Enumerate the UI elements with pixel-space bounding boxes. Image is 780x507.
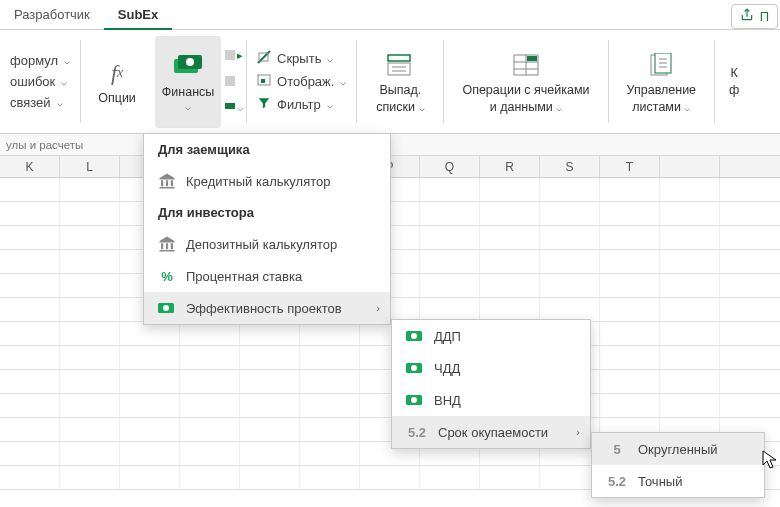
menu-item-ddp[interactable]: ДДП	[392, 320, 590, 352]
ribbon-show-label: Отображ.	[277, 74, 334, 89]
ribbon-links[interactable]: связей ⌵	[10, 95, 70, 110]
ribbon-formulas[interactable]: формул ⌵	[10, 53, 70, 68]
menu-item-exact[interactable]: 5.2 Точный	[592, 465, 764, 497]
payback-submenu: 5 Округленный 5.2 Точный	[591, 432, 765, 498]
money-icon	[406, 359, 424, 377]
chevron-down-icon: ⌵	[64, 55, 70, 66]
svg-point-24	[163, 305, 169, 311]
ribbon-errors[interactable]: ошибок ⌵	[10, 74, 70, 89]
ribbon-filter[interactable]: Фильтр ⌵	[257, 96, 346, 113]
menu-item-interest-rate[interactable]: % Процентная ставка	[144, 260, 390, 292]
finance-button[interactable]: Финансы ⌵	[155, 36, 221, 128]
ribbon-hide[interactable]: Скрыть ⌵	[257, 50, 346, 67]
chevron-right-icon: ›	[376, 302, 380, 314]
share-label: П	[760, 9, 769, 24]
dropdown-lists-button[interactable]: Выпад. списки ⌵	[367, 36, 433, 128]
svg-rect-20	[166, 243, 168, 249]
svg-rect-21	[171, 243, 173, 249]
menu-item-deposit-calc[interactable]: Депозитный калькулятор	[144, 228, 390, 260]
menu-item-vnd[interactable]: ВНД	[392, 384, 590, 416]
dropdown-label1: Выпад.	[380, 83, 422, 97]
svg-point-2	[186, 58, 194, 66]
menu-item-label: ЧДД	[434, 361, 460, 376]
finance-label: Финансы	[162, 85, 214, 99]
tiny-b[interactable]	[225, 76, 244, 86]
menu-item-label: ДДП	[434, 329, 461, 344]
tiny-c[interactable]: ⌵	[225, 101, 244, 114]
grid-row[interactable]	[0, 394, 780, 418]
svg-rect-4	[225, 76, 235, 86]
sheets-label2: листами ⌵	[632, 100, 690, 114]
svg-rect-17	[171, 180, 173, 186]
show-icon	[257, 73, 271, 90]
finance-menu: Для заемщика Кредитный калькулятор Для и…	[143, 133, 391, 325]
number-icon: 5.2	[406, 423, 428, 441]
column-header[interactable]: R	[480, 156, 540, 177]
sheets-icon	[645, 49, 677, 81]
svg-rect-15	[161, 180, 163, 186]
menu-item-label: Округленный	[638, 442, 718, 457]
menu-item-project-efficiency[interactable]: Эффективность проектов ›	[144, 292, 390, 324]
column-header[interactable]: S	[540, 156, 600, 177]
money-icon	[406, 391, 424, 409]
menu-item-label: Точный	[638, 474, 682, 489]
tab-subex[interactable]: SubEx	[104, 3, 172, 30]
svg-rect-16	[166, 180, 168, 186]
options-button[interactable]: fx Опции	[91, 36, 143, 128]
dropdown-label2: списки ⌵	[376, 100, 424, 114]
money-icon	[158, 299, 176, 317]
column-header[interactable]	[660, 156, 720, 177]
menu-item-rounded[interactable]: 5 Округленный	[592, 433, 764, 465]
menu-item-label: Эффективность проектов	[186, 301, 342, 316]
cells-icon	[510, 49, 542, 81]
ribbon-formulas-label: формул	[10, 53, 58, 68]
percent-icon: %	[158, 267, 176, 285]
ribbon-filter-label: Фильтр	[277, 97, 321, 112]
ribbon-links-label: связей	[10, 95, 51, 110]
svg-rect-8	[261, 79, 265, 83]
money-icon	[172, 51, 204, 83]
menu-section-borrower: Для заемщика	[144, 134, 390, 165]
menu-item-chdd[interactable]: ЧДД	[392, 352, 590, 384]
grid-row[interactable]	[0, 370, 780, 394]
svg-point-26	[411, 333, 417, 339]
svg-rect-9	[388, 55, 410, 61]
menu-item-credit-calc[interactable]: Кредитный калькулятор	[144, 165, 390, 197]
column-header[interactable]: K	[0, 156, 60, 177]
svg-rect-3	[225, 50, 235, 60]
bank-icon	[158, 172, 176, 190]
chevron-down-icon: ⌵	[57, 97, 63, 108]
tab-developer[interactable]: Разработчик	[0, 3, 104, 30]
column-header[interactable]: L	[60, 156, 120, 177]
last-label2: ф	[729, 83, 739, 97]
cells-label1: Операции с ячейками	[462, 83, 589, 97]
svg-rect-19	[161, 243, 163, 249]
svg-point-28	[411, 365, 417, 371]
ribbon-show[interactable]: Отображ. ⌵	[257, 73, 346, 90]
menu-section-investor: Для инвестора	[144, 197, 390, 228]
cells-data-button[interactable]: Операции с ячейками и данными ⌵	[454, 36, 597, 128]
sheets-button[interactable]: Управление листами ⌵	[619, 36, 705, 128]
chevron-down-icon: ⌵	[340, 76, 346, 87]
column-header[interactable]: T	[600, 156, 660, 177]
number-icon: 5.2	[606, 472, 628, 490]
share-button[interactable]: П	[731, 4, 778, 29]
menu-item-label: Кредитный калькулятор	[186, 174, 330, 189]
hide-icon	[257, 50, 271, 67]
share-icon	[740, 8, 754, 25]
cells-label2: и данными ⌵	[490, 100, 563, 114]
dropdown-icon	[384, 49, 416, 81]
menu-item-payback[interactable]: 5.2 Срок окупаемости ›	[392, 416, 590, 448]
sheets-label1: Управление	[627, 83, 697, 97]
grid-row[interactable]	[0, 322, 780, 346]
menu-item-label: ВНД	[434, 393, 461, 408]
svg-rect-10	[388, 63, 410, 75]
chevron-down-icon: ⌵	[185, 101, 191, 112]
last-button[interactable]: К ф	[725, 36, 743, 128]
column-header[interactable]: Q	[420, 156, 480, 177]
grid-row[interactable]	[0, 346, 780, 370]
tiny-a[interactable]: ▸	[225, 49, 244, 62]
options-label: Опции	[98, 91, 136, 105]
filter-icon	[257, 96, 271, 113]
menu-item-label: Срок окупаемости	[438, 425, 548, 440]
